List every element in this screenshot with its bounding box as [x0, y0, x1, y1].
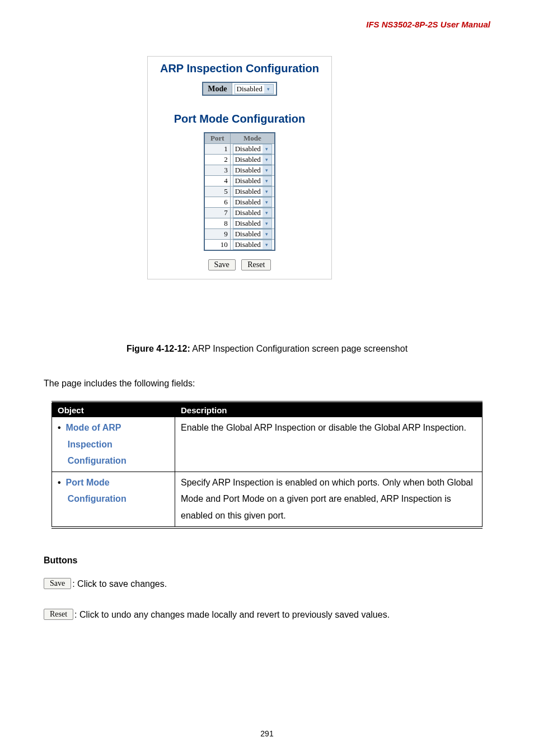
- mode-header: Mode: [230, 133, 275, 144]
- table-row: 7Disabled▾: [204, 208, 275, 218]
- save-description: Save : Click to save changes.: [44, 578, 167, 589]
- table-row: 3Disabled▾: [204, 165, 275, 176]
- caption-label: Figure 4-12-12:: [127, 344, 190, 353]
- port-num: 8: [204, 218, 230, 229]
- description-cell: Specify ARP Inspection is enabled on whi…: [175, 472, 483, 527]
- chevron-down-icon: ▾: [263, 198, 271, 207]
- port-mode-select[interactable]: Disabled▾: [233, 240, 272, 250]
- mode-label: Mode: [203, 82, 232, 95]
- object-header: Object: [52, 402, 175, 417]
- table-row: • Mode of ARP Inspection Configuration E…: [52, 417, 483, 472]
- port-num: 1: [204, 144, 230, 155]
- port-num: 2: [204, 155, 230, 165]
- mode-cell: Disabled ▾: [232, 82, 277, 95]
- reset-text: : Click to undo any changes made locally…: [74, 610, 390, 620]
- port-mode-value: Disabled: [235, 240, 261, 249]
- reset-button[interactable]: Reset: [241, 259, 271, 270]
- save-button-image: Save: [44, 578, 71, 589]
- port-mode-select[interactable]: Disabled▾: [233, 229, 272, 239]
- arp-title: ARP Inspection Configuration: [148, 62, 331, 75]
- config-screenshot: ARP Inspection Configuration Mode Disabl…: [147, 56, 332, 279]
- chevron-down-icon: ▾: [263, 230, 271, 239]
- port-num: 6: [204, 197, 230, 208]
- table-row: 1Disabled▾: [204, 144, 275, 155]
- port-mode-select[interactable]: Disabled▾: [233, 176, 272, 186]
- port-mode-select[interactable]: Disabled▾: [233, 208, 272, 218]
- port-num: 9: [204, 229, 230, 240]
- port-table: Port Mode 1Disabled▾ 2Disabled▾ 3Disable…: [204, 132, 275, 251]
- table-row: 5Disabled▾: [204, 186, 275, 197]
- figure-caption: Figure 4-12-12: ARP Inspection Configura…: [0, 344, 534, 354]
- port-mode-select[interactable]: Disabled▾: [233, 218, 272, 228]
- mode-table: Mode Disabled ▾: [202, 82, 277, 96]
- save-button[interactable]: Save: [208, 259, 236, 270]
- port-mode-value: Disabled: [235, 155, 261, 164]
- table-row: 10Disabled▾: [204, 240, 275, 251]
- object-label: Configuration: [68, 494, 127, 503]
- port-mode-value: Disabled: [235, 219, 261, 228]
- port-mode-select[interactable]: Disabled▾: [233, 197, 272, 207]
- chevron-down-icon: ▾: [264, 85, 273, 94]
- port-mode-select[interactable]: Disabled▾: [233, 165, 272, 175]
- object-label: Configuration: [68, 456, 127, 465]
- intro-text: The page includes the following fields:: [44, 379, 195, 389]
- port-mode-select[interactable]: Disabled▾: [233, 144, 272, 154]
- mode-select-value: Disabled: [237, 85, 263, 94]
- chevron-down-icon: ▾: [263, 219, 271, 228]
- port-mode-value: Disabled: [235, 166, 261, 175]
- buttons-heading: Buttons: [44, 556, 77, 566]
- reset-button-image: Reset: [44, 609, 73, 620]
- port-num: 3: [204, 165, 230, 176]
- description-header: Description: [175, 402, 483, 417]
- table-row: 6Disabled▾: [204, 197, 275, 208]
- port-mode-value: Disabled: [235, 144, 261, 153]
- port-mode-select[interactable]: Disabled▾: [233, 155, 272, 165]
- screenshot-buttons: Save Reset: [148, 259, 331, 270]
- header-brand: IFS NS3502-8P-2S User Manual: [366, 20, 490, 29]
- table-row: 2Disabled▾: [204, 155, 275, 165]
- port-mode-value: Disabled: [235, 198, 261, 207]
- object-label: Mode of ARP: [66, 423, 121, 432]
- chevron-down-icon: ▾: [263, 208, 271, 217]
- port-header: Port: [204, 133, 230, 144]
- port-mode-value: Disabled: [235, 187, 261, 196]
- reset-description: Reset : Click to undo any changes made l…: [44, 609, 390, 620]
- page-number: 291: [0, 729, 534, 738]
- description-cell: Enable the Global ARP Inspection or disa…: [175, 417, 483, 472]
- port-mode-value: Disabled: [235, 176, 261, 185]
- table-row: 8Disabled▾: [204, 218, 275, 229]
- port-num: 10: [204, 240, 230, 251]
- table-row: 9Disabled▾: [204, 229, 275, 240]
- save-text: : Click to save changes.: [72, 579, 167, 589]
- caption-text: ARP Inspection Configuration screen page…: [190, 344, 407, 353]
- port-num: 7: [204, 208, 230, 218]
- object-label: Port Mode: [66, 478, 110, 487]
- chevron-down-icon: ▾: [263, 155, 271, 164]
- table-row: • Port Mode Configuration Specify ARP In…: [52, 472, 483, 527]
- table-row: 4Disabled▾: [204, 176, 275, 186]
- port-num: 4: [204, 176, 230, 186]
- port-num: 5: [204, 186, 230, 197]
- port-mode-value: Disabled: [235, 230, 261, 239]
- port-mode-value: Disabled: [235, 208, 261, 217]
- mode-select[interactable]: Disabled ▾: [235, 84, 274, 94]
- chevron-down-icon: ▾: [263, 144, 271, 153]
- chevron-down-icon: ▾: [263, 187, 271, 196]
- port-mode-select[interactable]: Disabled▾: [233, 186, 272, 197]
- chevron-down-icon: ▾: [263, 176, 271, 185]
- description-table: Object Description • Mode of ARP Inspect…: [51, 401, 483, 529]
- chevron-down-icon: ▾: [263, 240, 271, 249]
- chevron-down-icon: ▾: [263, 166, 271, 175]
- port-mode-title: Port Mode Configuration: [148, 113, 331, 125]
- object-label: Inspection: [68, 440, 113, 449]
